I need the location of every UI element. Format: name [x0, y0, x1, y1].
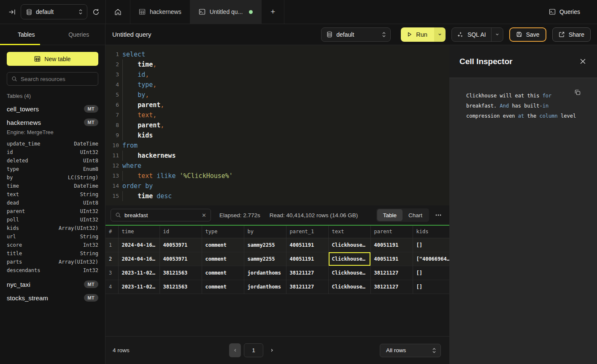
column-row: textString — [7, 190, 98, 199]
tab-home[interactable] — [106, 0, 130, 24]
cell-inspector-header: Cell Inspector — [449, 45, 597, 78]
line-number: 9 — [105, 130, 119, 140]
share-button[interactable]: Share — [552, 27, 591, 42]
table-cell[interactable]: 1 — [105, 238, 118, 252]
query-database-select[interactable]: default — [321, 27, 391, 42]
table-item-cell_towers[interactable]: cell_towersMT — [7, 105, 98, 113]
close-inspector-button[interactable] — [580, 58, 586, 65]
table-cell[interactable]: 2023-11-02… — [118, 266, 159, 280]
table-cell[interactable]: jordanthoms — [244, 266, 286, 280]
refresh-button[interactable] — [92, 8, 100, 16]
table-cell[interactable]: 2 — [105, 252, 118, 266]
table-cell[interactable]: [] — [413, 266, 449, 280]
table-cell[interactable]: jordanthoms — [244, 280, 286, 294]
sql-ai-main[interactable]: SQL AI — [452, 31, 491, 38]
code-line: 3 id, — [105, 70, 449, 80]
prev-page-button[interactable] — [229, 343, 241, 357]
table-cell[interactable]: 40053971 — [159, 252, 202, 266]
table-cell[interactable]: 38121563 — [159, 266, 202, 280]
sidebar-collapse-button[interactable] — [8, 8, 16, 16]
results-search-input[interactable] — [124, 212, 198, 218]
table-cell[interactable]: Clickhouse… — [328, 238, 370, 252]
clear-search-icon[interactable]: ✕ — [202, 212, 206, 218]
table-cell[interactable]: comment — [202, 266, 244, 280]
save-button[interactable]: Save — [509, 27, 546, 42]
table-cell[interactable]: comment — [202, 280, 244, 294]
column-header-parent[interactable]: parent — [370, 226, 413, 238]
table-cell[interactable]: 38121127 — [370, 280, 413, 294]
table-cell[interactable]: 40051191 — [286, 238, 328, 252]
table-cell[interactable]: [] — [413, 238, 449, 252]
table-cell[interactable]: 40051191 — [370, 252, 413, 266]
page-size-select[interactable]: All rows — [380, 344, 441, 357]
column-header-type[interactable]: type — [202, 226, 244, 238]
view-toggle-chart[interactable]: Chart — [403, 209, 428, 221]
table-cell[interactable]: 40051191 — [370, 238, 413, 252]
table-cell[interactable]: 38121127 — [286, 266, 328, 280]
sql-ai-button[interactable]: SQL AI — [451, 27, 503, 42]
table-cell[interactable]: Clickhouse… — [328, 280, 370, 294]
run-main[interactable]: Run — [401, 27, 434, 42]
sidebar-tab-queries[interactable]: Queries — [53, 24, 105, 45]
table-item-nyc_taxi[interactable]: nyc_taxiMT — [7, 280, 98, 288]
engine-badge: MT — [84, 105, 98, 113]
next-page-button[interactable] — [270, 348, 274, 353]
table-cell[interactable]: 38121127 — [286, 280, 328, 294]
sidebar-search[interactable] — [7, 72, 98, 86]
table-cell[interactable]: comment — [202, 238, 244, 252]
tab-hackernews[interactable]: hackernews — [130, 0, 190, 24]
run-dropdown[interactable] — [434, 27, 446, 42]
sql-ai-dropdown[interactable] — [491, 28, 503, 41]
table-cell[interactable]: Clickhouse… — [328, 266, 370, 280]
topbar-database-select[interactable]: default — [21, 4, 87, 19]
view-toggle-table[interactable]: Table — [377, 209, 403, 221]
table-cell[interactable]: 40051191 — [286, 252, 328, 266]
run-button[interactable]: Run — [401, 27, 446, 42]
copy-button[interactable] — [574, 89, 581, 96]
results-search[interactable]: ✕ — [111, 209, 211, 221]
sidebar-search-input[interactable] — [21, 76, 94, 82]
table-cell[interactable]: 38121127 — [370, 266, 413, 280]
table-cell[interactable]: ["40066964… — [413, 252, 449, 266]
column-header-by[interactable]: by — [244, 226, 286, 238]
sidebar-tab-tables[interactable]: Tables — [0, 24, 53, 45]
table-cell[interactable]: 2023-11-02… — [118, 280, 159, 294]
column-header-parent_1[interactable]: parent_1 — [286, 226, 328, 238]
new-table-button[interactable]: New table — [7, 52, 98, 66]
table-icon — [139, 8, 146, 15]
code-text: where — [122, 161, 141, 171]
table-row: 12024-04-16…40053971commentsammy22554005… — [105, 238, 449, 252]
table-cell[interactable]: 40053971 — [159, 238, 202, 252]
column-header-time[interactable]: time — [118, 226, 159, 238]
tab-untitled-query[interactable]: Untitled qu... — [190, 0, 262, 24]
table-cell[interactable]: 4 — [105, 280, 118, 294]
table-cell[interactable]: 38121563 — [159, 280, 202, 294]
table-cell[interactable]: sammy2255 — [244, 238, 286, 252]
chevron-right-icon — [270, 348, 274, 353]
table-cell[interactable]: sammy2255 — [244, 252, 286, 266]
table-cell[interactable]: comment — [202, 252, 244, 266]
current-page[interactable]: 1 — [244, 343, 263, 357]
column-header-#[interactable]: # — [105, 226, 118, 238]
table-cell[interactable]: 2024-04-16… — [118, 238, 159, 252]
column-type: DateTime — [74, 140, 98, 148]
table-cell[interactable]: 3 — [105, 266, 118, 280]
table-item-stocks_stream[interactable]: stocks_streamMT — [7, 294, 98, 302]
code-line: 4 type, — [105, 80, 449, 90]
queries-button[interactable]: Queries — [549, 8, 580, 15]
share-icon — [559, 31, 565, 38]
table-item-hackernews[interactable]: hackernewsMT — [7, 119, 98, 126]
column-header-text[interactable]: text — [328, 226, 370, 238]
column-type: String — [80, 232, 98, 241]
table-cell[interactable]: [] — [413, 280, 449, 294]
line-number: 15 — [105, 191, 119, 201]
column-header-id[interactable]: id — [159, 226, 202, 238]
table-cell[interactable]: Clickhouse… — [328, 252, 370, 266]
new-tab-button[interactable]: + — [262, 0, 284, 24]
column-row: update_timeDateTime — [7, 140, 98, 148]
sql-editor[interactable]: 1select2 time,3 id,4 type,5 by,6 parent,… — [105, 45, 449, 205]
topbar-left: default — [0, 0, 105, 24]
table-cell[interactable]: 2024-04-16… — [118, 252, 159, 266]
column-header-kids[interactable]: kids — [413, 226, 449, 238]
more-options-button[interactable] — [432, 212, 444, 218]
